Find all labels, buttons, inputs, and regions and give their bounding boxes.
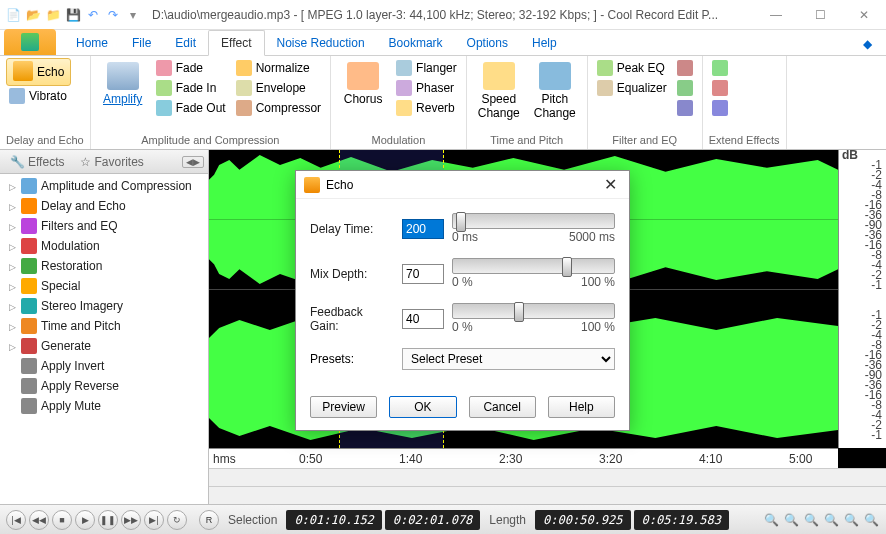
qat-open-icon[interactable]: 📂 [24,6,42,24]
loop-button[interactable]: ↻ [167,510,187,530]
preview-button[interactable]: Preview [310,396,377,418]
presets-select[interactable]: Select Preset [402,348,615,370]
vibrato-button[interactable]: Vibrato [6,86,71,106]
minimize-button[interactable]: — [754,0,798,30]
qat-redo-icon[interactable]: ↷ [104,6,122,24]
mix-input[interactable] [402,264,444,284]
zoom-v-in-icon[interactable]: 🔍 [842,511,860,529]
equalizer-button[interactable]: Equalizer [594,78,670,98]
zoom-fit-icon[interactable]: 🔍 [822,511,840,529]
ribbon-help-icon[interactable]: ◆ [849,33,886,55]
maximize-button[interactable]: ☐ [798,0,842,30]
qat-open2-icon[interactable]: 📁 [44,6,62,24]
fadeout-button[interactable]: Fade Out [153,98,229,118]
pause-button[interactable]: ❚❚ [98,510,118,530]
qat-save-icon[interactable]: 💾 [64,6,82,24]
ext3-button[interactable] [709,98,731,118]
tree-item-4[interactable]: ▷Restoration [0,256,208,276]
dialog-close-button[interactable]: ✕ [600,175,621,194]
zoom-sel-icon[interactable]: 🔍 [802,511,820,529]
mix-slider[interactable] [452,258,615,274]
tab-help[interactable]: Help [520,31,569,55]
tree-item-8[interactable]: ▷Generate [0,336,208,356]
expand-icon[interactable]: ▷ [8,202,17,211]
compressor-button[interactable]: Compressor [233,98,324,118]
stop-button[interactable]: ■ [52,510,72,530]
expand-icon[interactable] [8,382,17,391]
tree-item-0[interactable]: ▷Amplitude and Compression [0,176,208,196]
expand-icon[interactable]: ▷ [8,222,17,231]
expand-icon[interactable]: ▷ [8,282,17,291]
flanger-button[interactable]: Flanger [393,58,460,78]
tab-options[interactable]: Options [455,31,520,55]
tree-item-3[interactable]: ▷Modulation [0,236,208,256]
tree-item-1[interactable]: ▷Delay and Echo [0,196,208,216]
timeline[interactable]: hms 0:50 1:40 2:30 3:20 4:10 5:00 [209,448,838,468]
h-scrollbar-2[interactable] [209,486,886,504]
tab-home[interactable]: Home [64,31,120,55]
fade-button[interactable]: Fade [153,58,229,78]
help-button[interactable]: Help [548,396,615,418]
zoom-in-icon[interactable]: 🔍 [762,511,780,529]
fb-slider[interactable] [452,303,615,319]
expand-icon[interactable]: ▷ [8,262,17,271]
ext1-button[interactable] [709,58,731,78]
rewind-button[interactable]: ◀◀ [29,510,49,530]
cancel-button[interactable]: Cancel [469,396,536,418]
tab-edit[interactable]: Edit [163,31,208,55]
reverb-button[interactable]: Reverb [393,98,460,118]
expand-icon[interactable]: ▷ [8,302,17,311]
play-button[interactable]: ▶ [75,510,95,530]
tree-item-5[interactable]: ▷Special [0,276,208,296]
amplify-button[interactable]: Amplify [97,58,149,110]
expand-icon[interactable]: ▷ [8,242,17,251]
fb-input[interactable] [402,309,444,329]
phaser-button[interactable]: Phaser [393,78,460,98]
goto-start-button[interactable]: |◀ [6,510,26,530]
close-button[interactable]: ✕ [842,0,886,30]
tree-item-6[interactable]: ▷Stereo Imagery [0,296,208,316]
normalize-button[interactable]: Normalize [233,58,324,78]
tree-item-10[interactable]: Apply Reverse [0,376,208,396]
tree-item-2[interactable]: ▷Filters and EQ [0,216,208,236]
record-button[interactable]: R [199,510,219,530]
tab-file[interactable]: File [120,31,163,55]
chorus-button[interactable]: Chorus [337,58,389,110]
expand-icon[interactable] [8,402,17,411]
ffwd-button[interactable]: ▶▶ [121,510,141,530]
fx3-button[interactable] [674,98,696,118]
qat-new-icon[interactable]: 📄 [4,6,22,24]
ext2-button[interactable] [709,78,731,98]
fadein-button[interactable]: Fade In [153,78,229,98]
sidebar-tab-favorites[interactable]: ☆ Favorites [74,153,149,171]
tab-effect[interactable]: Effect [208,30,264,56]
envelope-button[interactable]: Envelope [233,78,324,98]
speed-button[interactable]: Speed Change [473,58,525,124]
zoom-v-out-icon[interactable]: 🔍 [862,511,880,529]
tree-item-7[interactable]: ▷Time and Pitch [0,316,208,336]
sidebar-pin-icon[interactable]: ◀▶ [182,156,204,168]
qat-undo-icon[interactable]: ↶ [84,6,102,24]
fx1-button[interactable] [674,58,696,78]
goto-end-button[interactable]: ▶| [144,510,164,530]
expand-icon[interactable]: ▷ [8,182,17,191]
file-menu-button[interactable] [4,29,56,55]
tree-item-11[interactable]: Apply Mute [0,396,208,416]
delay-input[interactable] [402,219,444,239]
qat-dropdown-icon[interactable]: ▾ [124,6,142,24]
sidebar-tab-effects[interactable]: 🔧 Effects [4,153,70,171]
tab-bookmark[interactable]: Bookmark [377,31,455,55]
echo-button[interactable]: Echo [6,58,71,86]
tab-noise[interactable]: Noise Reduction [265,31,377,55]
peakeq-button[interactable]: Peak EQ [594,58,670,78]
fx2-button[interactable] [674,78,696,98]
tree-item-9[interactable]: Apply Invert [0,356,208,376]
expand-icon[interactable] [8,362,17,371]
delay-slider[interactable] [452,213,615,229]
pitch-button[interactable]: Pitch Change [529,58,581,124]
ok-button[interactable]: OK [389,396,456,418]
expand-icon[interactable]: ▷ [8,322,17,331]
h-scrollbar-1[interactable] [209,468,886,486]
zoom-out-icon[interactable]: 🔍 [782,511,800,529]
expand-icon[interactable]: ▷ [8,342,17,351]
